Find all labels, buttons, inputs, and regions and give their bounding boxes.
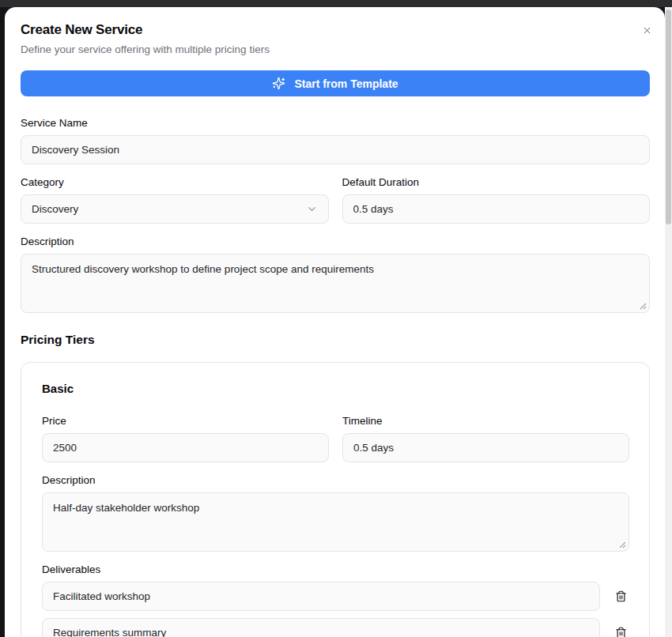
deliverable-input[interactable] bbox=[42, 618, 600, 637]
tier-name: Basic bbox=[42, 383, 629, 395]
resize-handle-icon[interactable] bbox=[639, 302, 647, 310]
category-select[interactable]: Discovery bbox=[21, 194, 329, 224]
category-field: Category Discovery bbox=[21, 176, 329, 224]
service-name-input[interactable] bbox=[21, 135, 650, 164]
tier-description-textarea-wrap: Half-day stakeholder workshop bbox=[42, 492, 629, 552]
price-input[interactable] bbox=[42, 433, 329, 462]
category-duration-row: Category Discovery Default Duration bbox=[21, 176, 650, 224]
dialog-title: Create New Service bbox=[21, 22, 650, 37]
dialog-subtitle: Define your service offering with multip… bbox=[21, 43, 650, 55]
x-icon bbox=[642, 25, 652, 36]
tier-description-label: Description bbox=[42, 474, 629, 486]
trash-icon bbox=[615, 590, 627, 602]
create-service-dialog: Create New Service Define your service o… bbox=[5, 7, 665, 637]
timeline-field: Timeline bbox=[342, 415, 629, 462]
close-button[interactable] bbox=[638, 21, 655, 39]
description-textarea[interactable]: Structured discovery workshop to define … bbox=[21, 254, 650, 313]
chevron-down-icon bbox=[306, 203, 318, 215]
start-from-template-label: Start from Template bbox=[294, 77, 398, 90]
deliverable-row bbox=[42, 618, 629, 637]
remove-deliverable-button[interactable] bbox=[612, 624, 629, 637]
description-label: Description bbox=[21, 236, 650, 247]
remove-deliverable-button[interactable] bbox=[612, 588, 629, 605]
service-name-label: Service Name bbox=[21, 117, 650, 129]
tier-description-textarea[interactable]: Half-day stakeholder workshop bbox=[42, 492, 629, 552]
default-duration-label: Default Duration bbox=[342, 176, 651, 188]
default-duration-field: Default Duration bbox=[342, 176, 651, 224]
start-from-template-button[interactable]: Start from Template bbox=[21, 70, 650, 96]
sparkles-icon bbox=[272, 77, 285, 90]
pricing-tiers-heading: Pricing Tiers bbox=[21, 333, 650, 346]
page-top-edge bbox=[0, 0, 672, 7]
trash-icon bbox=[615, 627, 627, 637]
resize-handle-icon[interactable] bbox=[618, 541, 626, 548]
pricing-tier-card: Basic Price Timeline Description Half-da… bbox=[21, 362, 650, 637]
deliverable-input[interactable] bbox=[42, 582, 600, 611]
scrollbar-track[interactable] bbox=[665, 7, 672, 637]
deliverables-label: Deliverables bbox=[42, 564, 629, 575]
category-label: Category bbox=[21, 176, 329, 188]
default-duration-input[interactable] bbox=[342, 194, 651, 224]
deliverable-row bbox=[42, 582, 629, 611]
price-timeline-row: Price Timeline bbox=[42, 415, 629, 462]
category-selected-value: Discovery bbox=[32, 203, 78, 215]
price-label: Price bbox=[42, 415, 329, 427]
timeline-input[interactable] bbox=[342, 433, 629, 462]
description-textarea-wrap: Structured discovery workshop to define … bbox=[21, 254, 650, 313]
price-field: Price bbox=[42, 415, 329, 462]
scrollbar-thumb[interactable] bbox=[666, 9, 671, 224]
timeline-label: Timeline bbox=[342, 415, 629, 427]
